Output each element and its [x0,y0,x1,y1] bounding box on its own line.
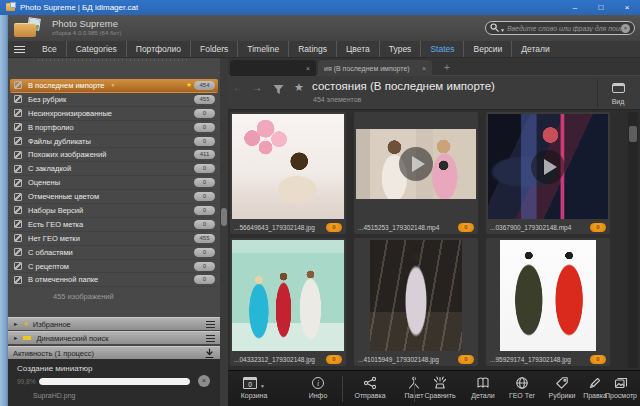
section-menu-icon[interactable] [206,335,215,342]
view-button[interactable]: Вид [602,79,634,105]
thumbnail-filename: ...04332312_179302148.jpg [234,356,315,363]
sidebar-item-with-areas[interactable]: С областями 0 [10,246,218,260]
favorites-label: Избранное [33,320,71,329]
nav-tab-states[interactable]: States [420,41,463,57]
activity-section-header[interactable]: Активность (1 процесс) [8,346,220,359]
thumbnail-card[interactable]: ...0367900_179302148.mp4 0 [486,112,610,234]
sidebar-item-with-recipe[interactable]: С рецептом 0 [10,260,218,274]
sidebar-item-bookmarked[interactable]: С закладкой 0 [10,162,218,176]
search-scope-caret-icon[interactable]: ▼ [500,27,505,33]
cancel-task-icon[interactable]: × [198,375,210,387]
chevron-down-icon[interactable]: ▼ [111,82,116,88]
dynamic-search-section-header[interactable]: ► Динамический поиск [8,331,220,344]
rating-star-icon[interactable]: ★ [294,81,304,94]
thumbnail-card[interactable]: ...41015949_179302148.jpg 0 [354,238,478,366]
app-version: сборка 4.0.0.985 (64 бит) [52,30,121,36]
menu-hamburger-icon[interactable] [14,46,25,53]
send-button[interactable]: Отправка [348,374,392,404]
nav-tab-colors[interactable]: Цвета [336,41,379,57]
sidebar-item-color-labeled[interactable]: Отмеченные цветом 0 [10,190,218,204]
expand-arrow-icon[interactable]: ► [13,321,18,327]
light-table-icon [433,376,447,390]
sidebar-item-rated[interactable]: Оценены 0 [10,176,218,190]
sidebar-item-version-sets[interactable]: Наборы Версий 0 [10,204,218,218]
nav-tab-ratings[interactable]: Ratings [288,41,336,57]
maximize-button[interactable]: □ [588,0,614,15]
collection-count: 454 элементов [313,96,361,103]
splitter-collapse-handle[interactable] [221,208,227,226]
nav-tab-details[interactable]: Детали [511,41,558,57]
title-bar: Photo Supreme | БД idimager.cat – □ × [0,0,640,15]
filter-funnel-icon[interactable] [272,83,285,96]
details-button[interactable]: Детали [464,374,502,404]
collection-tab-active[interactable]: ия (В последнем импорте) × [318,60,432,76]
count-badge: 0 [194,220,215,229]
window-title: Photo Supreme | БД idimager.cat [20,3,138,12]
collection-tab-inactive[interactable]: × [230,60,316,76]
window-controls: – □ × [562,0,640,15]
sidebar-drag-handle[interactable] [38,59,190,61]
thumbnail-filename: ...4515253_179302148.mp4 [358,224,439,231]
basket-button[interactable]: 0▼ Корзина [230,374,278,404]
close-tab-icon[interactable]: × [306,65,310,72]
divider [414,376,415,402]
photo-stack-icon [614,376,628,390]
dynamic-search-label: Динамический поиск [36,334,108,343]
nav-tab-versions[interactable]: Версии [463,41,511,57]
sidebar-item-label: Без рубрик [28,95,66,104]
sidebar-item-label: В отмеченной папке [28,275,98,284]
search-box[interactable]: ▼ × [485,21,635,35]
thumbnail-filename: ...41015949_179302148.jpg [358,356,439,363]
sidebar-item-no-geotag[interactable]: Нет ГЕО метки 455 [10,232,218,246]
nav-tab-folders[interactable]: Folders [190,41,237,57]
chevron-down-icon[interactable]: ▼ [260,383,265,389]
expand-arrow-icon[interactable]: ► [13,335,18,341]
search-input[interactable] [507,25,621,32]
geotag-button[interactable]: ГЕО Тег [502,374,542,404]
forward-icon[interactable]: → [249,82,265,93]
favorites-section-header[interactable]: ► ★ Избранное [8,317,220,330]
state-icon [14,193,22,201]
main-nav: Все Categories Портфолио Folders Timelin… [8,41,640,58]
book-icon [476,376,490,390]
thumbnail-card[interactable]: ...56649643_179302148.jpg 0 [230,112,346,234]
sidebar-item-duplicates[interactable]: Файлы дубликаты 0 [10,135,218,149]
section-menu-icon[interactable] [206,321,215,328]
thumbnail-card[interactable]: ...04332312_179302148.jpg 0 [230,238,346,366]
labels-button[interactable]: Рубрики [542,374,582,404]
nav-tab-timeline[interactable]: Timeline [237,41,288,57]
play-icon[interactable] [531,150,565,184]
state-icon [14,276,22,284]
nav-tab-categories[interactable]: Categories [66,41,126,57]
sidebar-item-last-import[interactable]: В последнем импорте ▼ ★ 454 [10,79,218,93]
dock-down-icon[interactable] [204,348,215,359]
new-tab-icon[interactable]: + [444,62,450,73]
thumbnail-card[interactable]: ...95929174_179302148.jpg 0 [486,238,610,366]
vertical-scrollbar[interactable] [628,112,638,368]
sidebar-item-similar-images[interactable]: Похожих изображений 411 [10,148,218,162]
sidebar-item-flagged-folder[interactable]: В отмеченной папке 0 [10,273,218,287]
count-badge: 0 [194,123,215,132]
bottom-toolbar: 0▼ Корзина i Инфо Отправка Пакет Сравнит… [228,370,640,406]
preview-button[interactable]: Просмотр [602,374,640,404]
search-clear-icon[interactable]: × [621,24,630,33]
close-tab-icon[interactable]: × [422,65,426,72]
compare-button[interactable]: Сравнить [418,374,462,404]
nav-tab-types[interactable]: Types [379,41,421,57]
thumbnail-card[interactable]: ...4515253_179302148.mp4 0 [354,112,478,234]
app-icon [6,4,15,11]
nav-tab-all[interactable]: Все [33,41,66,57]
nav-tab-portfolio[interactable]: Портфолио [126,41,190,57]
scrollbar-thumb[interactable] [629,126,637,142]
sidebar-item-has-geotag[interactable]: Есть ГЕО метка 0 [10,218,218,232]
back-icon[interactable]: ← [230,82,246,93]
minimize-button[interactable]: – [562,0,588,15]
sidebar-item-label: Есть ГЕО метка [28,220,83,229]
info-button[interactable]: i Инфо [298,374,338,404]
play-icon[interactable] [399,147,433,181]
sidebar-splitter[interactable] [220,58,228,406]
sidebar-item-no-labels[interactable]: Без рубрик 455 [10,93,218,107]
sidebar-item-in-portfolio[interactable]: В портфолио 0 [10,121,218,135]
sidebar-item-unsynced[interactable]: Несинхронизированные 0 [10,107,218,121]
close-button[interactable]: × [614,0,640,15]
